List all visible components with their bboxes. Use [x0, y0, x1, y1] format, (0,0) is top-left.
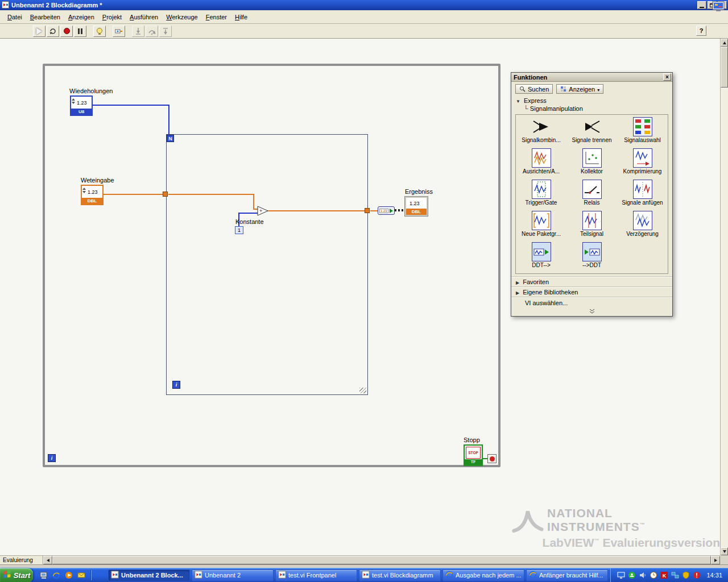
wire-stop[interactable]	[483, 458, 487, 459]
highlight-execution-button[interactable]	[93, 26, 106, 37]
start-button[interactable]: Start	[0, 568, 33, 582]
palette-item-label: DDT-->	[532, 262, 551, 268]
add-function[interactable]: +	[257, 206, 268, 216]
task-button[interactable]: test.vi Blockdiagramm	[359, 569, 441, 581]
menu-item[interactable]: Datei	[3, 12, 26, 22]
outlook-icon[interactable]	[76, 571, 86, 580]
output-tunnel[interactable]	[365, 208, 370, 213]
run-continuous-button[interactable]	[47, 26, 59, 37]
palette-item[interactable]: Signale trennen	[566, 117, 617, 148]
for-loop[interactable]	[166, 134, 368, 395]
run-button[interactable]	[33, 26, 46, 37]
palette-title-bar[interactable]: Funktionen ×	[511, 73, 672, 82]
show-desktop-icon[interactable]	[39, 571, 48, 580]
select-vi-item[interactable]: VI auswählen...	[511, 297, 672, 308]
minimize-button[interactable]	[697, 1, 706, 9]
to-ddt-conversion[interactable]: 1.23	[378, 206, 395, 215]
palette-item[interactable]: DDT-->	[516, 242, 566, 273]
window-title: Unbenannt 2 Blockdiagramm *	[11, 2, 696, 9]
count-terminal[interactable]: N	[167, 135, 174, 142]
palette-item[interactable]: Relais	[566, 179, 617, 210]
scroll-up-button[interactable]	[721, 39, 728, 47]
wire-count-vertical[interactable]	[168, 105, 169, 135]
palette-close-icon[interactable]: ×	[663, 73, 671, 81]
menu-item[interactable]: Projekt	[98, 12, 126, 22]
scroll-left-button[interactable]	[43, 556, 52, 564]
palette-item[interactable]: Neue Paketgr...	[516, 210, 566, 242]
palette-view-button[interactable]: Anzeigen	[556, 84, 603, 94]
antivirus-icon[interactable]: K	[660, 571, 668, 580]
task-button[interactable]: Anfänger braucht Hilf...	[526, 569, 608, 581]
taskbar-clock[interactable]: 14:31	[706, 572, 722, 579]
menu-item[interactable]: Fenster	[202, 12, 231, 22]
wire-input[interactable]	[104, 194, 164, 195]
task-button[interactable]: Ausgabe nach jedem ...	[442, 569, 524, 581]
increment-decrement-arrows[interactable]	[72, 98, 75, 104]
menu-item[interactable]: Werkzeuge	[162, 12, 201, 22]
palette-item[interactable]: Verzögerung	[617, 210, 668, 242]
scroll-right-button[interactable]	[711, 556, 720, 564]
palette-item[interactable]: Signale anfügen	[617, 179, 668, 210]
display-icon[interactable]	[617, 571, 625, 580]
menu-item[interactable]: Hilfe	[231, 12, 251, 22]
messenger-icon[interactable]	[627, 571, 636, 580]
wire-result-outer[interactable]	[370, 210, 378, 211]
step-out-button[interactable]	[159, 26, 172, 37]
iteration-terminal-for[interactable]: i	[172, 381, 180, 389]
help-button[interactable]: ?	[696, 26, 706, 36]
wire-count[interactable]	[93, 105, 169, 106]
loop-resize-grip[interactable]	[359, 388, 366, 393]
palette-item[interactable]: Signalauswahl	[617, 117, 668, 148]
task-button[interactable]: Unbenannt 2	[192, 569, 274, 581]
increment-decrement-arrows[interactable]	[82, 188, 86, 193]
retain-wire-values-button[interactable]	[113, 26, 125, 37]
horizontal-scrollbar[interactable]: Evaluierung	[0, 555, 720, 564]
palette-expand-chevron-icon[interactable]	[511, 308, 672, 316]
palette-item[interactable]: -->DDT	[566, 242, 617, 273]
palette-subpalette-label[interactable]: Signalmanipulation	[511, 105, 672, 114]
task-button[interactable]: test.vi Frontpanel	[275, 569, 357, 581]
menu-item[interactable]: Bearbeiten	[26, 12, 64, 22]
wire-dynamic-data[interactable]	[395, 209, 405, 211]
monitor-icon[interactable]	[712, 1, 725, 13]
input-tunnel[interactable]	[163, 192, 168, 197]
ergebniss-indicator[interactable]: 1.23 DBL	[404, 196, 428, 217]
palette-item[interactable]: Kollektor	[566, 148, 617, 179]
werteingabe-value: 1.23	[88, 189, 98, 195]
block-diagram-canvas[interactable]: N i Wiedeholungen 1.23 U8 Weteingabe 1.2…	[0, 39, 720, 555]
scroll-down-button[interactable]	[721, 547, 728, 555]
numeric-constant[interactable]: 1	[235, 226, 243, 234]
palette-section[interactable]: Favoriten	[511, 276, 672, 286]
iteration-terminal-while[interactable]: i	[48, 454, 56, 462]
palette-item[interactable]: Komprimierung	[617, 148, 668, 179]
werteingabe-control[interactable]: 1.23 DBL	[81, 185, 104, 205]
vertical-scrollbar[interactable]	[720, 39, 728, 555]
palette-item[interactable]: Trigger/Gate	[516, 179, 566, 210]
stop-button-terminal[interactable]: STOP TF	[464, 444, 483, 466]
network-icon[interactable]	[671, 571, 679, 580]
shield-icon[interactable]	[681, 571, 690, 580]
media-player-icon[interactable]	[64, 571, 73, 580]
volume-icon[interactable]	[638, 571, 647, 580]
title-bar[interactable]: Unbenannt 2 Blockdiagramm * ×	[0, 0, 728, 10]
palette-section-express[interactable]: Express	[511, 95, 672, 105]
palette-search-button[interactable]: Suchen	[515, 84, 553, 94]
scheduler-icon[interactable]	[649, 571, 657, 580]
horizontal-scroll-thumb[interactable]	[52, 556, 711, 564]
menu-item[interactable]: Ausführen	[126, 12, 162, 22]
palette-section[interactable]: Eigene Bibliotheken	[511, 286, 672, 297]
menu-item[interactable]: Anzeigen	[64, 12, 98, 22]
step-over-button[interactable]	[146, 26, 158, 37]
step-into-button[interactable]	[132, 26, 144, 37]
wiederholungen-control[interactable]: 1.23 U8	[70, 95, 93, 116]
ie-icon[interactable]	[51, 571, 61, 580]
vertical-scroll-thumb[interactable]	[721, 47, 728, 88]
palette-item[interactable]: Signalkombin...	[516, 117, 566, 148]
pause-button[interactable]	[74, 26, 86, 37]
palette-item[interactable]: Teilsignal	[566, 210, 617, 242]
abort-button[interactable]	[60, 26, 73, 37]
alert-icon[interactable]	[692, 571, 701, 580]
palette-item[interactable]: Ausrichten/A...	[516, 148, 566, 179]
conditional-terminal[interactable]	[487, 454, 497, 463]
task-button[interactable]: Unbenannt 2 Block...	[108, 569, 190, 581]
